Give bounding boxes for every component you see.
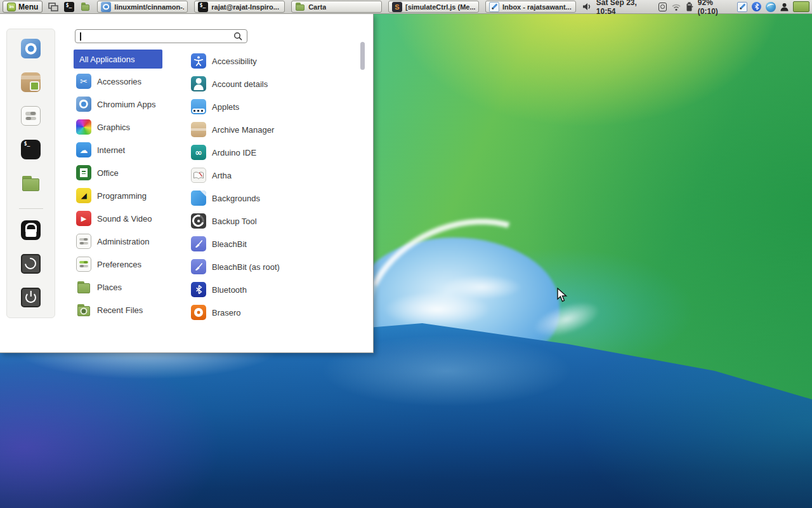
app-archive-manager[interactable]: Archive Manager — [191, 118, 360, 141]
category-chromium-apps[interactable]: Chromium Apps — [76, 93, 171, 116]
category-label: Programming — [97, 191, 147, 201]
search-input[interactable] — [75, 29, 247, 43]
category-label: Accessories — [97, 77, 141, 86]
app-bleachbit-root[interactable]: BleachBit (as root) — [191, 255, 360, 278]
globe-tray-icon[interactable] — [766, 2, 776, 12]
category-recent-files[interactable]: Recent Files — [76, 298, 171, 321]
category-label: Preferences — [97, 260, 141, 269]
category-office[interactable]: Office — [76, 161, 171, 184]
window-button-label: rajat@rajat-Inspiro... — [211, 3, 279, 11]
chromium-icon — [101, 2, 111, 12]
app-label: Brasero — [212, 308, 241, 318]
files-favorite-icon[interactable] — [21, 173, 41, 193]
category-administration[interactable]: Administration — [76, 230, 171, 253]
window-button-carta[interactable]: Carta — [291, 1, 382, 13]
app-label: Backgrounds — [212, 194, 260, 203]
book-icon — [191, 168, 206, 183]
app-backgrounds[interactable]: Backgrounds — [191, 187, 360, 210]
window-button-label: [simulateCtrl.js (Me... — [405, 3, 475, 11]
text-caret — [80, 32, 81, 41]
chromium-icon — [76, 97, 91, 112]
user-icon[interactable] — [780, 3, 789, 11]
app-bleachbit[interactable]: BleachBit — [191, 232, 360, 255]
category-internet[interactable]: Internet — [76, 138, 171, 161]
volume-icon[interactable] — [582, 3, 592, 11]
toggle-pill — [79, 261, 88, 264]
category-places[interactable]: Places — [76, 276, 171, 298]
terminal-icon — [198, 2, 208, 12]
pencil-tray-icon[interactable] — [737, 2, 747, 12]
top-panel: Menu linuxmint/cinnamon-... rajat@rajat-… — [0, 0, 812, 14]
rainbow-icon — [76, 119, 91, 135]
lock-screen-icon[interactable] — [21, 220, 41, 240]
wifi-icon[interactable] — [671, 3, 681, 11]
sublime-text-icon — [392, 2, 402, 12]
logout-icon[interactable] — [21, 254, 41, 274]
scissors-icon — [76, 74, 91, 89]
mouse-cursor — [556, 288, 569, 305]
app-label: Backup Tool — [212, 217, 257, 226]
app-label: Bluetooth — [212, 285, 247, 295]
app-label: Account details — [212, 79, 268, 89]
window-button-label: Carta — [308, 3, 326, 11]
sidebar-divider — [19, 208, 43, 209]
app-account-details[interactable]: Account details — [191, 72, 360, 95]
accessibility-icon — [191, 53, 206, 69]
app-arduino-ide[interactable]: Arduino IDE — [191, 141, 360, 164]
play-icon — [76, 211, 91, 226]
category-label: Administration — [97, 237, 149, 246]
app-label: Archive Manager — [212, 125, 274, 135]
setsquare-icon — [76, 188, 91, 203]
software-manager-icon[interactable] — [21, 72, 41, 92]
app-label: BleachBit (as root) — [212, 262, 280, 272]
applets-icon — [191, 99, 206, 114]
terminal-favorite-icon[interactable] — [21, 140, 41, 159]
category-accessories[interactable]: Accessories — [76, 70, 171, 93]
cloud-icon — [76, 142, 91, 157]
app-artha[interactable]: Artha — [191, 164, 360, 187]
show-desktop-icon[interactable] — [48, 3, 58, 11]
category-label: Recent Files — [97, 305, 143, 315]
window-button-inbox[interactable]: Inbox - rajatsawant... — [485, 1, 576, 13]
power-icon[interactable] — [21, 288, 41, 307]
files-launcher-icon[interactable] — [80, 2, 90, 12]
app-applets[interactable]: Applets — [191, 95, 360, 118]
app-label: Applets — [212, 102, 239, 112]
workspace-switcher[interactable] — [793, 1, 809, 12]
broom-icon — [191, 236, 206, 251]
bluetooth-icon — [191, 282, 206, 297]
category-label: Office — [97, 168, 119, 178]
category-programming[interactable]: Programming — [76, 184, 171, 207]
folder-icon — [295, 2, 305, 12]
toggle-pill — [79, 238, 88, 241]
battery-icon[interactable] — [686, 2, 693, 11]
app-backup-tool[interactable]: Backup Tool — [191, 210, 360, 232]
toggle-pill — [79, 265, 88, 267]
category-sound-video[interactable]: Sound & Video — [76, 207, 171, 230]
mail-icon — [489, 2, 499, 12]
category-all-applications[interactable]: All Applications — [74, 50, 162, 69]
toggles-green-icon — [76, 257, 91, 272]
category-preferences[interactable]: Preferences — [76, 253, 171, 276]
app-brasero[interactable]: Brasero — [191, 301, 360, 324]
clipboard-icon[interactable] — [658, 3, 667, 11]
window-button-terminal[interactable]: rajat@rajat-Inspiro... — [194, 1, 285, 13]
terminal-launcher-icon[interactable] — [64, 2, 74, 12]
category-graphics[interactable]: Graphics — [76, 116, 171, 138]
app-accessibility[interactable]: Accessibility — [191, 50, 360, 72]
panel-launchers — [48, 2, 90, 12]
category-label: Sound & Video — [97, 214, 152, 224]
app-label: Accessibility — [212, 57, 257, 66]
menu-button[interactable]: Menu — [3, 1, 43, 13]
window-button-chromium[interactable]: linuxmint/cinnamon-... — [97, 1, 188, 13]
system-settings-icon[interactable] — [21, 106, 41, 126]
app-bluetooth[interactable]: Bluetooth — [191, 278, 360, 301]
chromium-favorite-icon[interactable] — [21, 39, 41, 58]
folder-icon — [76, 279, 91, 295]
battery-status[interactable]: 92% (0:10) — [698, 0, 733, 16]
clock[interactable]: Sat Sep 23, 10:54 — [596, 0, 654, 16]
scrollbar-thumb[interactable] — [360, 42, 365, 70]
bluetooth-icon[interactable] — [752, 2, 761, 11]
backup-icon — [191, 213, 206, 229]
window-button-sublime[interactable]: [simulateCtrl.js (Me... — [388, 1, 479, 13]
